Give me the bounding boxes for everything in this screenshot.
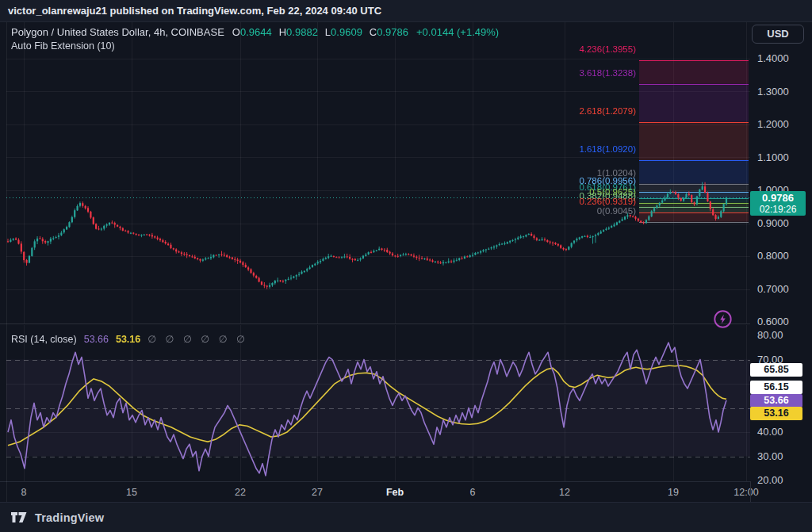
time-tick-Feb: Feb <box>386 487 404 498</box>
tradingview-snapshot: victor_olanrewaju21 published on Trading… <box>0 0 812 532</box>
price-tick: 0.6000 <box>757 316 789 327</box>
time-tick-15: 15 <box>126 487 137 498</box>
currency-toggle-button[interactable]: USD <box>752 25 804 44</box>
chart-legend[interactable]: Polygon / United States Dollar, 4h, COIN… <box>11 26 499 38</box>
publish-info-text: victor_olanrewaju21 published on Trading… <box>8 5 381 17</box>
publish-info-bar: victor_olanrewaju21 published on Trading… <box>0 0 812 22</box>
bar-countdown: 02:19:26 <box>750 204 806 215</box>
time-tick-27: 27 <box>312 487 323 498</box>
footer-bar: TradingView <box>0 502 812 532</box>
price-tick: 0.7000 <box>757 283 789 295</box>
rsi-pane-canvas[interactable] <box>6 325 750 481</box>
time-tick-19: 19 <box>668 487 679 498</box>
ohlc-values: O0.9644H0.9882L0.9609C0.9786 <box>232 26 408 38</box>
rsi-legend[interactable]: RSI (14, close) 53.66 53.16 ∅ ∅ ∅ ∅ ∅ ∅ <box>11 333 248 345</box>
rsi-tick: 40.00 <box>757 426 783 438</box>
ohlc-l: L0.9609 <box>325 26 362 38</box>
fib-indicator-label: Auto Fib Extension (10) <box>11 40 115 52</box>
ohlc-o: O0.9644 <box>232 26 272 38</box>
ohlc-c: C0.9786 <box>370 26 408 38</box>
ohlc-h: H0.9882 <box>279 26 318 38</box>
main-chart-canvas[interactable] <box>6 22 750 323</box>
rsi-value: 53.66 <box>84 334 109 345</box>
tradingview-brand-text[interactable]: TradingView <box>35 511 104 524</box>
current-price-value: 0.9786 <box>750 192 806 204</box>
rsi-title: RSI (14, close) <box>11 334 77 345</box>
rsi-level-badge: 53.66 <box>750 394 802 408</box>
rsi-empty-values: ∅ ∅ ∅ ∅ ∅ ∅ <box>147 333 248 345</box>
price-tick: 1.2000 <box>757 118 789 130</box>
fib-label-3.618: 3.618(1.3238) <box>579 68 636 78</box>
change-value: +0.0144 (+1.49%) <box>416 26 499 38</box>
boost-lightning-button[interactable] <box>713 309 733 329</box>
price-tick: 1.4000 <box>757 52 789 64</box>
time-tick-12: 12 <box>559 487 570 498</box>
rsi-level-badge: 56.15 <box>750 381 802 394</box>
price-tick: 0.9000 <box>757 217 789 229</box>
time-tick-6: 6 <box>470 487 476 498</box>
fib-label-4.236: 4.236(1.3955) <box>579 44 636 54</box>
pane-separator[interactable] <box>0 323 812 324</box>
fib-label-0.236: 0.236(0.9319) <box>579 197 636 206</box>
tradingview-logo-icon[interactable] <box>10 511 28 524</box>
rsi-level-badge: 65.85 <box>750 363 802 377</box>
symbol-title[interactable]: Polygon / United States Dollar, 4h, COIN… <box>11 26 224 38</box>
rsi-level-badge: 53.16 <box>750 407 802 420</box>
lightning-icon <box>720 315 726 324</box>
time-tick-22: 22 <box>235 487 246 498</box>
price-tick: 1.1000 <box>757 151 789 163</box>
time-axis[interactable]: 8152227Feb6121912:00 <box>0 481 750 502</box>
time-tick-12:00: 12:00 <box>733 487 758 498</box>
rsi-tick: 30.00 <box>757 450 783 462</box>
fib-label-0: 0(0.9045) <box>597 206 636 216</box>
rsi-smooth-value: 53.16 <box>116 334 140 345</box>
fib-label-1.618: 1.618(1.0920) <box>579 144 636 154</box>
fib-label-2.618: 2.618(1.2079) <box>579 106 636 116</box>
plot-left-frame <box>6 22 7 502</box>
price-axis[interactable]: USD 1.40001.30001.20001.10001.00000.9000… <box>750 22 812 481</box>
indicator-legend-fib[interactable]: Auto Fib Extension (10) <box>11 40 115 52</box>
rsi-tick: 80.00 <box>757 329 783 341</box>
current-price-badge: 0.9786 02:19:26 <box>750 191 806 216</box>
price-tick: 1.3000 <box>757 86 789 98</box>
price-tick: 0.8000 <box>757 250 789 262</box>
rsi-tick: 20.00 <box>757 474 783 486</box>
time-tick-8: 8 <box>21 487 27 498</box>
